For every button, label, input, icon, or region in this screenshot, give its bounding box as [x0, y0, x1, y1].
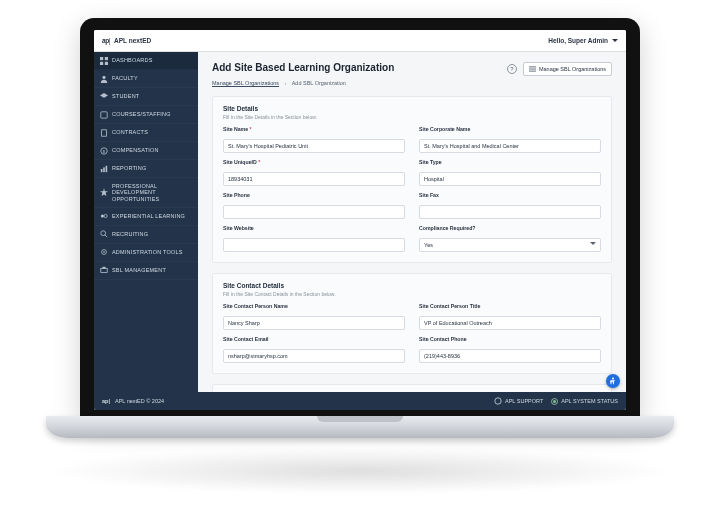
svg-rect-20: [101, 269, 107, 273]
label-site-phone: Site Phone: [223, 192, 405, 198]
svg-rect-1: [105, 57, 108, 60]
label-contact-phone: Site Contact Phone: [419, 336, 601, 342]
field-site-unique-id: Site UniqueID: [223, 159, 405, 186]
svg-rect-2: [100, 61, 103, 64]
sidebar-item-label: CONTRACTS: [112, 129, 148, 136]
section-title: Site Details: [223, 105, 601, 112]
input-site-unique-id[interactable]: [223, 172, 405, 186]
svg-point-14: [101, 215, 104, 218]
sidebar-item-prof-dev[interactable]: PROFESSIONAL DEVELOPMENT OPPORTUNITIES: [94, 178, 198, 208]
check-icon: [551, 398, 558, 405]
label-site-type: Site Type: [419, 159, 601, 165]
field-site-phone: Site Phone: [223, 192, 405, 219]
pd-icon: [100, 188, 108, 196]
label-site-corporate-name: Site Corporate Name: [419, 126, 601, 132]
footer-copyright: APL nextED © 2024: [115, 398, 164, 404]
svg-rect-12: [106, 165, 108, 171]
sidebar-item-label: DASHBOARDS: [112, 57, 153, 64]
input-site-name[interactable]: [223, 139, 405, 153]
section-site-details: Site Details Fill in the Site Details in…: [212, 96, 612, 263]
input-contact-email[interactable]: [223, 349, 405, 363]
laptop-base: [46, 416, 674, 438]
svg-point-4: [102, 75, 105, 78]
list-icon: [529, 66, 536, 72]
sidebar-item-compensation[interactable]: $ COMPENSATION: [94, 142, 198, 160]
sidebar-item-courses[interactable]: COURSES/STAFFING: [94, 106, 198, 124]
select-compliance-value[interactable]: [419, 238, 601, 252]
input-site-fax[interactable]: [419, 205, 601, 219]
svg-point-26: [612, 378, 614, 380]
svg-point-15: [104, 215, 107, 218]
breadcrumb-current: Add SBL Organization: [292, 80, 346, 86]
app-screen: ap| APL nextED Hello, Super Admin DASHBO…: [94, 30, 626, 410]
apl-support-link[interactable]: APL SUPPORT: [494, 397, 543, 405]
sidebar-item-label: STUDENT: [112, 93, 139, 100]
field-site-website: Site Website: [223, 225, 405, 252]
field-site-type: Site Type: [419, 159, 601, 186]
courses-icon: [100, 111, 108, 119]
sidebar-item-student[interactable]: STUDENT: [94, 88, 198, 106]
accessibility-icon[interactable]: [606, 374, 620, 388]
input-site-corporate-name[interactable]: [419, 139, 601, 153]
sidebar-item-sbl-management[interactable]: SBL MANAGEMENT: [94, 262, 198, 280]
svg-marker-5: [100, 93, 108, 98]
input-contact-name[interactable]: [223, 316, 405, 330]
svg-rect-10: [101, 169, 103, 172]
field-site-fax: Site Fax: [419, 192, 601, 219]
label-site-fax: Site Fax: [419, 192, 601, 198]
svg-line-17: [105, 235, 107, 237]
input-site-website[interactable]: [223, 238, 405, 252]
sidebar-item-faculty[interactable]: FACULTY: [94, 70, 198, 88]
contracts-icon: [100, 129, 108, 137]
svg-point-19: [103, 251, 105, 253]
field-contact-email: Site Contact Email: [223, 336, 405, 363]
footer-bar: ap| APL nextED © 2024 APL SUPPORT APL SY…: [94, 392, 626, 410]
sidebar-item-contracts[interactable]: CONTRACTS: [94, 124, 198, 142]
sidebar-item-recruiting[interactable]: RECRUITING: [94, 226, 198, 244]
sidebar-item-exp-learning[interactable]: EXPERIENTIAL LEARNING: [94, 208, 198, 226]
breadcrumb-link[interactable]: Manage SBL Organizations: [212, 80, 279, 86]
sidebar-item-label: COURSES/STAFFING: [112, 111, 171, 118]
sidebar-item-label: COMPENSATION: [112, 147, 159, 154]
select-compliance-required[interactable]: [419, 233, 601, 252]
sidebar-item-label: SBL MANAGEMENT: [112, 267, 166, 274]
section-hint: Fill in the Site Details in the Section …: [223, 114, 601, 120]
sidebar-item-reporting[interactable]: REPORTING: [94, 160, 198, 178]
label-contact-name: Site Contact Person Name: [223, 303, 405, 309]
sidebar-item-dashboards[interactable]: DASHBOARDS: [94, 52, 198, 70]
field-compliance-required: Compliance Required?: [419, 225, 601, 252]
student-icon: [100, 93, 108, 101]
breadcrumb: Manage SBL Organizations › Add SBL Organ…: [212, 80, 612, 86]
section-site-contact: Site Contact Details Fill in the Site Co…: [212, 273, 612, 374]
label-site-unique-id: Site UniqueID: [223, 159, 405, 165]
sidebar-item-label: EXPERIENTIAL LEARNING: [112, 213, 185, 220]
svg-rect-7: [102, 129, 107, 135]
help-icon[interactable]: ?: [507, 64, 517, 74]
support-icon: [494, 397, 502, 405]
top-bar: ap| APL nextED Hello, Super Admin: [94, 30, 626, 52]
label-contact-title: Site Contact Person Title: [419, 303, 601, 309]
manage-sbl-label: Manage SBL Organizations: [539, 66, 606, 72]
apl-status-link[interactable]: APL SYSTEM STATUS: [551, 398, 618, 405]
compensation-icon: $: [100, 147, 108, 155]
label-contact-email: Site Contact Email: [223, 336, 405, 342]
footer-logo: ap|: [102, 398, 110, 404]
reporting-icon: [100, 165, 108, 173]
sidebar-item-label: ADMINISTRATION TOOLS: [112, 249, 183, 256]
user-menu[interactable]: Hello, Super Admin: [548, 37, 618, 44]
input-contact-phone[interactable]: [419, 349, 601, 363]
input-site-type[interactable]: [419, 172, 601, 186]
faculty-icon: [100, 75, 108, 83]
label-site-name: Site Name: [223, 126, 405, 132]
section-hint: Fill in the Site Contact Details in the …: [223, 291, 601, 297]
field-site-corporate-name: Site Corporate Name: [419, 126, 601, 153]
manage-sbl-button[interactable]: Manage SBL Organizations: [523, 62, 612, 76]
sidebar-item-label: PROFESSIONAL DEVELOPMENT OPPORTUNITIES: [112, 183, 192, 203]
input-contact-title[interactable]: [419, 316, 601, 330]
sidebar-item-admin-tools[interactable]: ADMINISTRATION TOOLS: [94, 244, 198, 262]
input-site-phone[interactable]: [223, 205, 405, 219]
svg-point-25: [495, 398, 501, 404]
svg-rect-21: [102, 267, 105, 269]
management-icon: [100, 266, 108, 274]
sidebar-item-label: FACULTY: [112, 75, 138, 82]
